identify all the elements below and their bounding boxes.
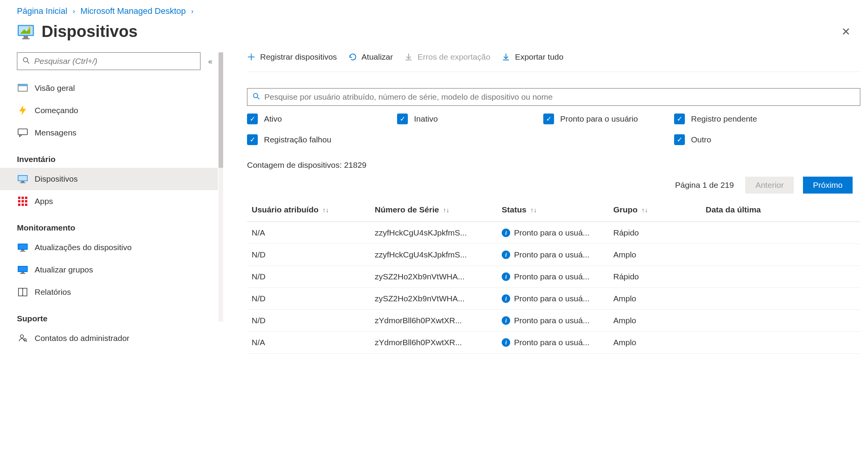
cell-user: N/A: [247, 332, 370, 354]
checkmark-icon: ✓: [543, 114, 554, 124]
sort-icon: ↑↓: [530, 207, 537, 214]
sidebar-item[interactable]: Dispositivos: [0, 168, 218, 190]
info-icon: i: [502, 229, 510, 237]
col-user[interactable]: Usuário atribuído↑↓: [247, 198, 370, 222]
filter-active-checkbox[interactable]: ✓Ativo: [247, 114, 397, 124]
monitor-image-icon: [17, 23, 35, 40]
cell-serial: zzyfHckCgU4sKJpkfmS...: [370, 244, 497, 266]
table-row[interactable]: N/DzySZ2Ho2Xb9nVtWHA...iPronto para o us…: [247, 288, 860, 310]
sidebar-item-label: Mensagens: [35, 128, 77, 137]
sidebar-scrollbar[interactable]: [219, 52, 223, 322]
filter-failed-checkbox[interactable]: ✓Registração falhou: [247, 134, 397, 145]
cell-group: Amplo: [609, 244, 701, 266]
col-group[interactable]: Grupo↑↓: [609, 198, 701, 222]
cell-serial: zySZ2Ho2Xb9nVtWHA...: [370, 266, 497, 288]
svg-rect-28: [18, 267, 27, 271]
collapse-sidebar-icon[interactable]: «: [208, 57, 212, 66]
sidebar-item[interactable]: Atualizações do dispositivo: [0, 236, 218, 259]
svg-rect-17: [18, 200, 20, 202]
sidebar-section-header: Inventário: [0, 144, 218, 168]
sidebar-search-input[interactable]: [33, 56, 195, 66]
register-devices-button[interactable]: Registrar dispositivos: [247, 52, 337, 62]
cell-last: [701, 266, 860, 288]
checkmark-icon: ✓: [247, 134, 258, 145]
cell-status: iPronto para o usuá...: [497, 332, 609, 354]
chevron-right-icon: ›: [73, 7, 75, 15]
info-icon: i: [502, 316, 510, 325]
sidebar-section-header: Suporte: [0, 303, 218, 327]
cell-last: [701, 310, 860, 332]
info-icon: i: [502, 251, 510, 259]
cell-user: N/D: [247, 310, 370, 332]
cell-user: N/D: [247, 288, 370, 310]
sidebar-item[interactable]: Contatos do administrador: [0, 327, 218, 349]
refresh-button[interactable]: Atualizar: [349, 52, 393, 62]
filter-ready-checkbox[interactable]: ✓Pronto para o usuário: [543, 114, 674, 124]
export-all-button[interactable]: Exportar tudo: [502, 52, 563, 62]
table-row[interactable]: N/DzzyfHckCgU4sKJpkfmS...iPronto para o …: [247, 244, 860, 266]
info-icon: i: [502, 294, 510, 303]
sort-icon: ↑↓: [641, 207, 648, 214]
table-row[interactable]: N/DzYdmorBll6h0PXwtXR...iPronto para o u…: [247, 310, 860, 332]
cell-user: N/D: [247, 266, 370, 288]
info-icon: i: [502, 272, 510, 281]
table-row[interactable]: N/DzySZ2Ho2Xb9nVtWHA...iPronto para o us…: [247, 266, 860, 288]
sidebar-item[interactable]: Visão geral: [0, 77, 218, 99]
svg-rect-18: [22, 200, 24, 202]
svg-point-2: [28, 27, 31, 29]
svg-rect-30: [20, 273, 25, 274]
page-title: Dispositivos: [42, 22, 138, 41]
sidebar-item-label: Relatórios: [35, 287, 71, 297]
person-search-icon: [17, 332, 28, 344]
svg-rect-4: [22, 38, 29, 39]
filter-pending-checkbox[interactable]: ✓Registro pendente: [674, 114, 860, 124]
sidebar-item[interactable]: Relatórios: [0, 281, 218, 303]
svg-point-32: [20, 335, 23, 338]
devices-table: Usuário atribuído↑↓ Número de Série↑↓ St…: [247, 198, 860, 354]
svg-rect-14: [18, 197, 20, 199]
chevron-right-icon: ›: [191, 7, 194, 15]
device-count: Contagem de dispositivos: 21829: [247, 160, 860, 170]
svg-point-5: [23, 58, 28, 62]
table-row[interactable]: N/AzzyfHckCgU4sKJpkfmS...iPronto para o …: [247, 222, 860, 244]
col-status[interactable]: Status↑↓: [497, 198, 609, 222]
cell-last: [701, 332, 860, 354]
cell-last: [701, 288, 860, 310]
svg-line-6: [27, 62, 29, 63]
col-serial[interactable]: Número de Série↑↓: [370, 198, 497, 222]
svg-rect-8: [18, 84, 27, 86]
register-devices-label: Registrar dispositivos: [260, 52, 337, 62]
close-icon[interactable]: ✕: [838, 23, 854, 40]
sidebar-search[interactable]: [17, 52, 200, 70]
apps-icon: [17, 195, 28, 207]
prev-page-button: Anterior: [745, 177, 794, 194]
svg-rect-15: [22, 197, 24, 199]
breadcrumb-home[interactable]: Página Inicial: [17, 6, 67, 16]
search-icon: [23, 57, 30, 66]
breadcrumb-parent[interactable]: Microsoft Managed Desktop: [80, 6, 186, 16]
sidebar-item[interactable]: Mensagens: [0, 122, 218, 144]
next-page-button[interactable]: Próximo: [803, 177, 853, 194]
cell-user: N/A: [247, 222, 370, 244]
col-last[interactable]: Data da última: [701, 198, 860, 222]
bolt-icon: [17, 105, 28, 116]
device-filter-search[interactable]: [247, 88, 860, 106]
cell-serial: zYdmorBll6h0PXwtXR...: [370, 332, 497, 354]
cell-group: Amplo: [609, 310, 701, 332]
checkmark-icon: ✓: [397, 114, 408, 124]
cell-status: iPronto para o usuá...: [497, 288, 609, 310]
page-info: Página 1 de 219: [675, 180, 734, 190]
overview-icon: [17, 82, 28, 94]
sidebar-item[interactable]: Apps: [0, 190, 218, 212]
svg-point-41: [254, 94, 258, 98]
table-row[interactable]: N/AzYdmorBll6h0PXwtXR...iPronto para o u…: [247, 332, 860, 354]
cell-serial: zySZ2Ho2Xb9nVtWHA...: [370, 288, 497, 310]
svg-rect-9: [18, 129, 27, 135]
filter-other-checkbox[interactable]: ✓Outro: [674, 134, 860, 145]
sidebar-item[interactable]: Começando: [0, 99, 218, 122]
monitor-blue-icon: [17, 242, 28, 253]
filter-inactive-checkbox[interactable]: ✓Inativo: [397, 114, 543, 124]
cell-serial: zzyfHckCgU4sKJpkfmS...: [370, 222, 497, 244]
sidebar-item[interactable]: Atualizar grupos: [0, 259, 218, 281]
device-filter-search-input[interactable]: [264, 92, 855, 102]
